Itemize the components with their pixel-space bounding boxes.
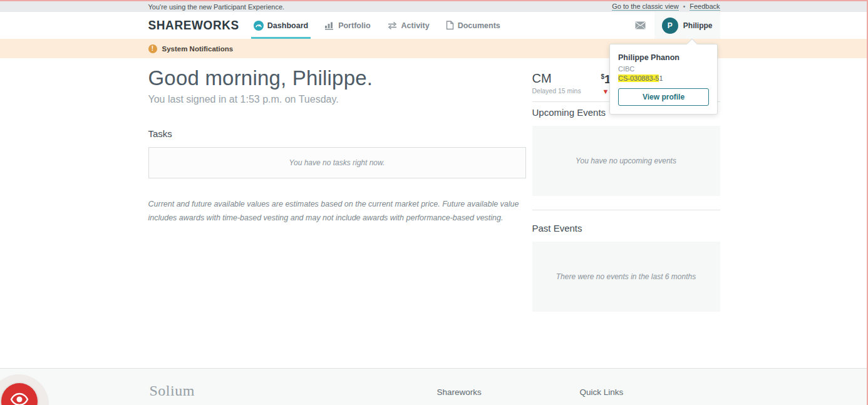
last-signin-text: You last signed in at 1:53 p.m. on Tuesd…	[148, 94, 526, 105]
dashboard-icon	[254, 21, 264, 31]
past-events-title: Past Events	[532, 223, 720, 233]
alert-icon: !	[148, 44, 157, 53]
footer-shareworks-heading: Shareworks	[437, 387, 482, 397]
window-frame-top-strip	[0, 0, 868, 1]
tab-documents-label: Documents	[458, 21, 500, 30]
shareworks-logo: SHAREWORKS	[148, 18, 239, 33]
portfolio-icon	[324, 21, 334, 30]
documents-icon	[446, 21, 454, 30]
upcoming-events-empty-panel: You have no upcoming events	[532, 126, 720, 196]
tasks-empty-text: You have no tasks right now.	[289, 158, 385, 167]
classic-view-link[interactable]: Go to the classic view	[612, 3, 678, 11]
estimates-disclaimer: Current and future available values are …	[148, 198, 526, 225]
account-number-highlight: CS-030883-5	[618, 74, 659, 82]
tab-dashboard[interactable]: Dashboard	[254, 12, 308, 39]
envelope-icon	[635, 21, 646, 29]
system-notifications-label: System Notifications	[162, 45, 234, 53]
messages-button[interactable]	[635, 12, 646, 39]
sidebar-divider	[532, 210, 720, 210]
user-name: Philippe	[683, 21, 713, 30]
activity-icon	[387, 21, 398, 30]
tab-portfolio[interactable]: Portfolio	[324, 12, 370, 39]
profile-account-number: CS-030883-51	[618, 74, 709, 82]
main-content: Good morning, Philippe. You last signed …	[0, 58, 868, 368]
tab-dashboard-label: Dashboard	[267, 21, 308, 30]
footer-quick-links-heading: Quick Links	[580, 387, 624, 397]
link-separator-dot: •	[683, 3, 686, 10]
avatar: P	[662, 18, 678, 34]
experience-banner: You're using the new Participant Experie…	[0, 1, 868, 12]
tasks-section-title: Tasks	[148, 128, 526, 139]
tasks-empty-panel: You have no tasks right now.	[148, 147, 526, 178]
eye-icon	[10, 392, 29, 405]
experience-message: You're using the new Participant Experie…	[148, 3, 285, 11]
profile-popup: Philippe Phanon CIBC CS-030883-51 View p…	[609, 44, 718, 115]
past-events-empty-text: There were no events in the last 6 month…	[556, 272, 696, 281]
solium-logo: Solium	[150, 382, 195, 399]
page-footer: Solium Shareworks Quick Links	[0, 368, 868, 405]
feedback-link[interactable]: Feedback	[690, 3, 720, 11]
tab-activity-label: Activity	[401, 21, 430, 30]
account-number-tail: 1	[659, 74, 663, 82]
main-nav: Dashboard Portfolio Activity Documents	[254, 12, 500, 39]
greeting-heading: Good morning, Philippe.	[148, 66, 526, 90]
upcoming-events-empty-text: You have no upcoming events	[576, 156, 676, 165]
system-notifications-banner[interactable]: ! System Notifications	[0, 39, 868, 58]
dashboard-left-column: Good morning, Philippe. You last signed …	[148, 66, 526, 312]
past-events-empty-panel: There were no events in the last 6 month…	[532, 242, 720, 312]
view-profile-button[interactable]: View profile	[618, 88, 709, 106]
tab-portfolio-label: Portfolio	[338, 21, 370, 30]
profile-company: CIBC	[618, 65, 709, 73]
user-menu[interactable]: P Philippe	[654, 12, 720, 39]
app-header: SHAREWORKS Dashboard Portfolio Activity	[0, 12, 868, 39]
tab-documents[interactable]: Documents	[446, 12, 500, 39]
profile-name: Philippe Phanon	[618, 53, 709, 62]
tab-activity[interactable]: Activity	[387, 12, 430, 39]
